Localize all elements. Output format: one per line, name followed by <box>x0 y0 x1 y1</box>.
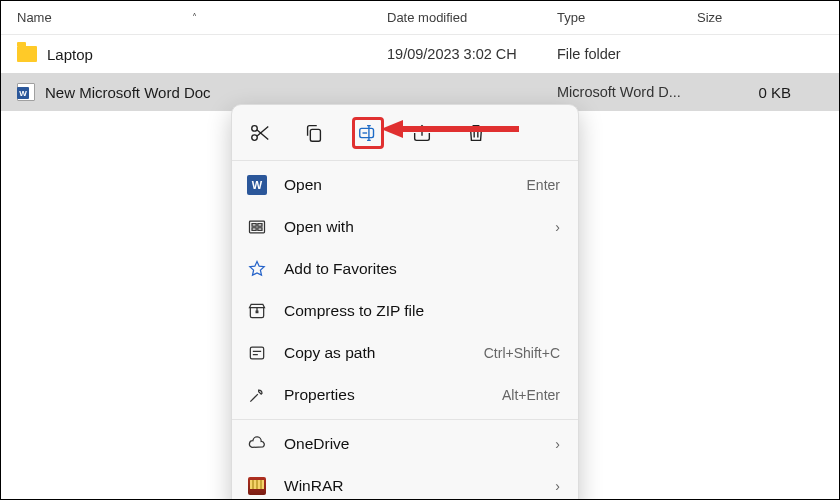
menu-item-open[interactable]: W Open Enter <box>232 164 578 206</box>
winrar-icon <box>246 475 268 497</box>
menu-item-onedrive[interactable]: OneDrive › <box>232 423 578 465</box>
share-icon <box>411 122 433 144</box>
rename-button[interactable] <box>352 117 384 149</box>
word-document-icon <box>17 83 35 101</box>
copy-path-icon <box>246 342 268 364</box>
svg-rect-9 <box>250 347 263 359</box>
copy-button[interactable] <box>298 117 330 149</box>
menu-item-shortcut: Enter <box>527 177 560 193</box>
chevron-right-icon: › <box>555 478 560 494</box>
file-date: 19/09/2023 3:02 CH <box>371 46 541 62</box>
star-icon <box>246 258 268 280</box>
column-header-name[interactable]: Name ˄ <box>1 10 371 25</box>
menu-item-shortcut: Alt+Enter <box>502 387 560 403</box>
word-app-icon: W <box>246 174 268 196</box>
trash-icon <box>465 122 487 144</box>
column-header-name-label: Name <box>17 10 52 25</box>
zip-icon <box>246 300 268 322</box>
rename-icon <box>357 122 379 144</box>
chevron-right-icon: › <box>555 219 560 235</box>
share-button[interactable] <box>406 117 438 149</box>
context-menu-separator <box>232 419 578 420</box>
svg-rect-5 <box>252 224 256 227</box>
file-size: 0 KB <box>681 84 821 101</box>
menu-item-label: Add to Favorites <box>284 260 560 278</box>
menu-item-compress-zip[interactable]: Compress to ZIP file <box>232 290 578 332</box>
menu-item-label: OneDrive <box>284 435 555 453</box>
menu-item-shortcut: Ctrl+Shift+C <box>484 345 560 361</box>
menu-item-label: Open <box>284 176 527 194</box>
svg-rect-4 <box>250 221 265 233</box>
column-header-date[interactable]: Date modified <box>371 10 541 25</box>
menu-item-add-favorites[interactable]: Add to Favorites <box>232 248 578 290</box>
menu-item-properties[interactable]: Properties Alt+Enter <box>232 374 578 416</box>
file-row-folder[interactable]: Laptop 19/09/2023 3:02 CH File folder <box>1 35 839 73</box>
context-menu-toolbar <box>232 111 578 157</box>
menu-item-label: Properties <box>284 386 502 404</box>
context-menu: W Open Enter Open with › Add to Favorite… <box>231 104 579 500</box>
menu-item-label: WinRAR <box>284 477 555 495</box>
file-type: Microsoft Word D... <box>541 84 681 100</box>
cut-button[interactable] <box>244 117 276 149</box>
chevron-up-icon: ˄ <box>192 12 197 23</box>
delete-button[interactable] <box>460 117 492 149</box>
scissors-icon <box>249 122 271 144</box>
column-header-type[interactable]: Type <box>541 10 681 25</box>
menu-item-winrar[interactable]: WinRAR › <box>232 465 578 500</box>
column-header-row: Name ˄ Date modified Type Size <box>1 1 839 35</box>
file-type: File folder <box>541 46 681 62</box>
file-name: New Microsoft Word Doc <box>45 84 211 101</box>
svg-rect-7 <box>252 228 256 231</box>
menu-item-open-with[interactable]: Open with › <box>232 206 578 248</box>
context-menu-separator <box>232 160 578 161</box>
open-with-icon <box>246 216 268 238</box>
menu-item-label: Copy as path <box>284 344 484 362</box>
column-header-size[interactable]: Size <box>681 10 821 25</box>
svg-rect-2 <box>310 129 320 141</box>
wrench-icon <box>246 384 268 406</box>
menu-item-label: Open with <box>284 218 555 236</box>
svg-rect-8 <box>258 228 262 231</box>
menu-item-label: Compress to ZIP file <box>284 302 560 320</box>
menu-item-copy-path[interactable]: Copy as path Ctrl+Shift+C <box>232 332 578 374</box>
svg-rect-6 <box>258 224 262 227</box>
copy-icon <box>303 122 325 144</box>
file-name: Laptop <box>47 46 93 63</box>
chevron-right-icon: › <box>555 436 560 452</box>
onedrive-icon <box>246 433 268 455</box>
folder-icon <box>17 46 37 62</box>
